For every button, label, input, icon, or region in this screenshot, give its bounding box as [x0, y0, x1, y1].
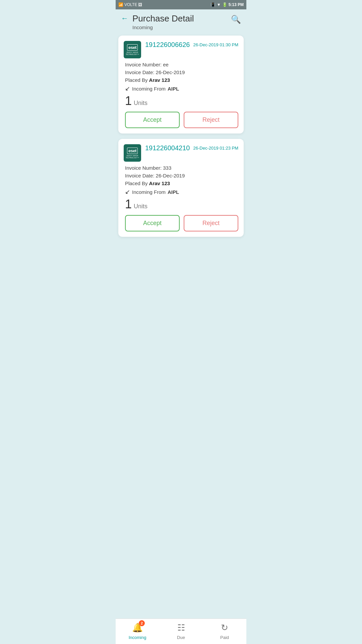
invoice-date-label-1: Invoice Date: [125, 69, 155, 75]
page-title: Purchase Detail [132, 13, 194, 24]
page-subtitle: Incoming [132, 24, 194, 30]
incoming-row-1: ↙ Incoming From AIPL [125, 85, 238, 92]
card-actions-2: Accept Reject [125, 215, 238, 231]
units-row-1: 1 Units [125, 95, 238, 107]
invoice-date-label-2: Invoice Date: [125, 173, 155, 178]
placed-by-row-1: Placed By Arav 123 [125, 77, 238, 83]
card-body-2: Invoice Number: 333 Invoice Date: 26-Dec… [124, 165, 238, 231]
volte-label: VOLTE [124, 2, 137, 7]
invoice-date-value-2: 26-Dec-2019 [156, 173, 185, 178]
invoice-number-row-1: Invoice Number: ee [125, 62, 238, 67]
eset-logo-text-1: eset [127, 44, 138, 51]
placed-by-value-1: Arav 123 [149, 77, 170, 83]
accept-button-2[interactable]: Accept [125, 215, 180, 231]
back-button[interactable]: ← [121, 14, 128, 23]
card-body-1: Invoice Number: ee Invoice Date: 26-Dec-… [124, 62, 238, 128]
purchase-card-1: eset ENJOY SAFER TECHNOLOGY™ 19122600662… [118, 36, 244, 133]
purchase-card-2: eset ENJOY SAFER TECHNOLOGY™ 19122600421… [118, 139, 244, 237]
invoice-number-label-1: Invoice Number: [125, 62, 162, 67]
reject-button-2[interactable]: Reject [184, 215, 238, 231]
invoice-date-row-2: Invoice Date: 26-Dec-2019 [125, 173, 238, 178]
incoming-arrow-icon-1: ↙ [125, 85, 130, 92]
status-left: 📶 VOLTE 🖼 [118, 2, 142, 7]
incoming-from-value-1: AIPL [168, 86, 179, 92]
card-top-row-2: eset ENJOY SAFER TECHNOLOGY™ 19122600421… [124, 144, 238, 162]
time-display: 5:13 PM [229, 2, 244, 7]
accept-button-1[interactable]: Accept [125, 112, 180, 128]
eset-logo-1: eset ENJOY SAFER TECHNOLOGY™ [124, 41, 141, 58]
header-title-group: Purchase Detail Incoming [132, 13, 194, 30]
units-label-1: Units [134, 100, 147, 107]
incoming-label-2: Incoming From [132, 189, 166, 195]
invoice-date-row-1: Invoice Date: 26-Dec-2019 [125, 69, 238, 75]
card-top-row-1: eset ENJOY SAFER TECHNOLOGY™ 19122600662… [124, 41, 238, 58]
vibrate-icon: 📳 [210, 2, 216, 7]
content-area: eset ENJOY SAFER TECHNOLOGY™ 19122600662… [116, 36, 246, 239]
invoice-number-row-2: Invoice Number: 333 [125, 165, 238, 171]
image-icon: 🖼 [138, 2, 142, 7]
card-top-left-1: eset ENJOY SAFER TECHNOLOGY™ 19122600662… [124, 41, 190, 58]
order-date-2: 26-Dec-2019 01:23 PM [193, 146, 238, 151]
units-label-2: Units [134, 203, 147, 210]
order-number-1: 191226006626 [145, 41, 190, 49]
status-right: 📳 ▼ 🔋 5:13 PM [210, 2, 244, 7]
placed-by-label-1: Placed By [125, 77, 148, 83]
placed-by-label-2: Placed By [125, 180, 148, 186]
units-number-1: 1 [125, 95, 132, 107]
status-bar: 📶 VOLTE 🖼 📳 ▼ 🔋 5:13 PM [116, 0, 246, 9]
header: ← Purchase Detail Incoming 🔍 [116, 9, 246, 36]
search-button[interactable]: 🔍 [231, 15, 241, 24]
eset-logo-text-2: eset [127, 148, 138, 154]
eset-logo-sub-2: ENJOY SAFER TECHNOLOGY™ [124, 155, 141, 159]
order-number-2: 191226004210 [145, 144, 190, 152]
order-date-1: 26-Dec-2019 01:30 PM [193, 42, 238, 47]
invoice-number-value-2: 333 [163, 165, 171, 171]
placed-by-row-2: Placed By Arav 123 [125, 180, 238, 186]
card-top-left-2: eset ENJOY SAFER TECHNOLOGY™ 19122600421… [124, 144, 190, 162]
header-left: ← Purchase Detail Incoming [121, 13, 194, 30]
incoming-from-value-2: AIPL [168, 189, 179, 195]
incoming-arrow-icon-2: ↙ [125, 188, 130, 196]
invoice-number-label-2: Invoice Number: [125, 165, 162, 171]
placed-by-value-2: Arav 123 [149, 180, 170, 186]
invoice-date-value-1: 26-Dec-2019 [156, 69, 185, 75]
reject-button-1[interactable]: Reject [184, 112, 238, 128]
battery-icon: 🔋 [222, 2, 227, 7]
invoice-number-value-1: ee [163, 62, 169, 67]
eset-logo-2: eset ENJOY SAFER TECHNOLOGY™ [124, 144, 141, 162]
incoming-label-1: Incoming From [132, 86, 166, 92]
units-number-2: 1 [125, 198, 132, 210]
incoming-row-2: ↙ Incoming From AIPL [125, 188, 238, 196]
card-actions-1: Accept Reject [125, 112, 238, 128]
wifi-icon: ▼ [217, 2, 221, 7]
eset-logo-sub-1: ENJOY SAFER TECHNOLOGY™ [124, 51, 141, 55]
units-row-2: 1 Units [125, 198, 238, 210]
signal-icon: 📶 [118, 2, 123, 7]
